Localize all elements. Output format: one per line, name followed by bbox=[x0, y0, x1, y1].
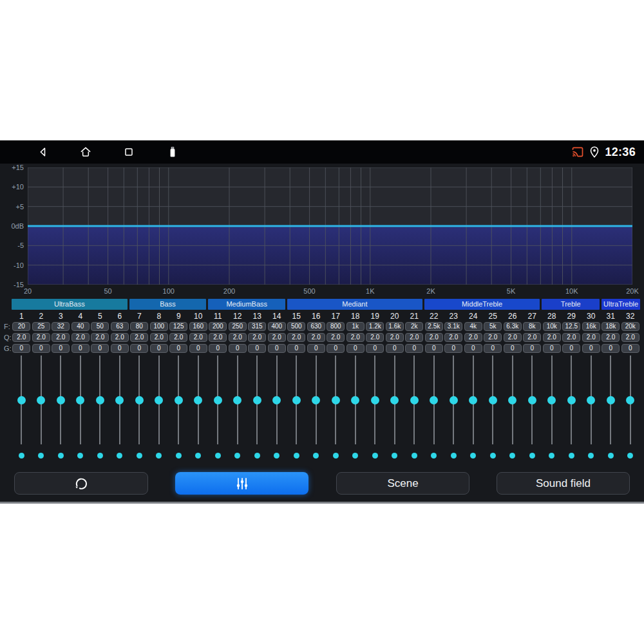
slider-knob[interactable] bbox=[233, 396, 242, 404]
q-value[interactable]: 2.0 bbox=[346, 333, 365, 342]
slider-knob[interactable] bbox=[76, 396, 84, 404]
gain-value[interactable]: 0 bbox=[150, 344, 168, 353]
gain-slider[interactable] bbox=[464, 355, 484, 444]
slider-knob[interactable] bbox=[351, 396, 359, 404]
freq-value[interactable]: 63 bbox=[111, 322, 129, 331]
freq-value[interactable]: 315 bbox=[248, 322, 266, 331]
q-value[interactable]: 2.0 bbox=[71, 333, 90, 342]
q-value[interactable]: 2.0 bbox=[32, 333, 50, 342]
channel-dot[interactable] bbox=[451, 453, 457, 459]
q-value[interactable]: 2.0 bbox=[130, 333, 148, 342]
gain-slider[interactable] bbox=[110, 355, 130, 444]
gain-slider[interactable] bbox=[503, 355, 523, 444]
freq-value[interactable]: 3.1k bbox=[444, 322, 462, 331]
gain-value[interactable]: 0 bbox=[601, 344, 620, 353]
gain-slider[interactable] bbox=[601, 355, 621, 444]
gain-slider[interactable] bbox=[326, 355, 346, 444]
slider-knob[interactable] bbox=[214, 396, 222, 404]
slider-knob[interactable] bbox=[547, 396, 556, 404]
gain-slider[interactable] bbox=[51, 355, 71, 444]
gain-slider[interactable] bbox=[522, 355, 542, 444]
channel-dot[interactable] bbox=[509, 453, 515, 459]
sound-field-button[interactable]: Sound field bbox=[497, 472, 630, 495]
gain-value[interactable]: 0 bbox=[32, 344, 50, 353]
gain-slider[interactable] bbox=[247, 355, 267, 444]
gain-value[interactable]: 0 bbox=[130, 344, 148, 353]
q-value[interactable]: 2.0 bbox=[405, 333, 423, 342]
freq-value[interactable]: 2.5k bbox=[425, 322, 443, 331]
gain-value[interactable]: 0 bbox=[307, 344, 325, 353]
freq-value[interactable]: 160 bbox=[189, 322, 207, 331]
equalizer-button[interactable] bbox=[175, 472, 308, 495]
slider-knob[interactable] bbox=[390, 396, 399, 404]
freq-value[interactable]: 8k bbox=[523, 322, 541, 331]
freq-value[interactable]: 630 bbox=[307, 322, 325, 331]
gain-value[interactable]: 0 bbox=[189, 344, 207, 353]
gain-slider[interactable] bbox=[346, 355, 366, 444]
q-value[interactable]: 2.0 bbox=[562, 333, 580, 342]
gain-slider[interactable] bbox=[267, 355, 287, 444]
freq-value[interactable]: 16k bbox=[582, 322, 600, 331]
freq-value[interactable]: 5k bbox=[484, 322, 502, 331]
channel-dot[interactable] bbox=[608, 453, 614, 459]
gain-slider[interactable] bbox=[208, 355, 228, 444]
freq-value[interactable]: 12.5 bbox=[562, 322, 580, 331]
gain-slider[interactable] bbox=[365, 355, 385, 444]
channel-dot[interactable] bbox=[372, 453, 378, 459]
slider-knob[interactable] bbox=[175, 396, 183, 404]
channel-dot[interactable] bbox=[176, 453, 182, 459]
gain-value[interactable]: 0 bbox=[425, 344, 443, 353]
gain-value[interactable]: 0 bbox=[464, 344, 482, 353]
freq-value[interactable]: 20 bbox=[12, 322, 30, 331]
channel-dot[interactable] bbox=[627, 453, 633, 459]
gain-value[interactable]: 0 bbox=[621, 344, 639, 353]
gain-value[interactable]: 0 bbox=[209, 344, 227, 353]
recents-icon[interactable] bbox=[122, 146, 135, 158]
q-value[interactable]: 2.0 bbox=[464, 333, 482, 342]
slider-knob[interactable] bbox=[430, 396, 438, 404]
channel-dot[interactable] bbox=[392, 453, 397, 459]
slider-knob[interactable] bbox=[567, 396, 576, 404]
slider-knob[interactable] bbox=[135, 396, 144, 404]
channel-dot[interactable] bbox=[313, 453, 319, 459]
freq-value[interactable]: 100 bbox=[150, 322, 168, 331]
slider-knob[interactable] bbox=[508, 396, 516, 404]
gain-value[interactable]: 0 bbox=[169, 344, 187, 353]
slider-knob[interactable] bbox=[292, 396, 301, 404]
slider-knob[interactable] bbox=[115, 396, 124, 404]
freq-value[interactable]: 20k bbox=[621, 322, 639, 331]
gain-slider[interactable] bbox=[228, 355, 248, 444]
q-value[interactable]: 2.0 bbox=[504, 333, 522, 342]
gain-slider[interactable] bbox=[542, 355, 562, 444]
gain-value[interactable]: 0 bbox=[504, 344, 522, 353]
gain-value[interactable]: 0 bbox=[71, 344, 90, 353]
q-value[interactable]: 2.0 bbox=[307, 333, 325, 342]
q-value[interactable]: 2.0 bbox=[327, 333, 345, 342]
q-value[interactable]: 2.0 bbox=[248, 333, 266, 342]
gain-slider[interactable] bbox=[483, 355, 503, 444]
q-value[interactable]: 2.0 bbox=[91, 333, 109, 342]
channel-dot[interactable] bbox=[137, 453, 142, 459]
gain-slider[interactable] bbox=[90, 355, 110, 444]
freq-value[interactable]: 50 bbox=[91, 322, 109, 331]
channel-dot[interactable] bbox=[274, 453, 279, 459]
gain-value[interactable]: 0 bbox=[543, 344, 561, 353]
freq-value[interactable]: 32 bbox=[52, 322, 70, 331]
q-value[interactable]: 2.0 bbox=[169, 333, 187, 342]
freq-value[interactable]: 10k bbox=[543, 322, 561, 331]
gain-value[interactable]: 0 bbox=[562, 344, 580, 353]
gain-slider[interactable] bbox=[562, 355, 582, 444]
q-value[interactable]: 2.0 bbox=[425, 333, 443, 342]
channel-dot[interactable] bbox=[412, 453, 417, 459]
gain-slider[interactable] bbox=[424, 355, 444, 444]
gain-value[interactable]: 0 bbox=[523, 344, 541, 353]
channel-dot[interactable] bbox=[156, 453, 162, 459]
q-value[interactable]: 2.0 bbox=[366, 333, 384, 342]
channel-dot[interactable] bbox=[549, 453, 554, 459]
gain-value[interactable]: 0 bbox=[484, 344, 502, 353]
gain-value[interactable]: 0 bbox=[366, 344, 384, 353]
q-value[interactable]: 2.0 bbox=[229, 333, 247, 342]
slider-knob[interactable] bbox=[17, 396, 26, 404]
slider-knob[interactable] bbox=[37, 396, 45, 404]
freq-value[interactable]: 250 bbox=[229, 322, 247, 331]
